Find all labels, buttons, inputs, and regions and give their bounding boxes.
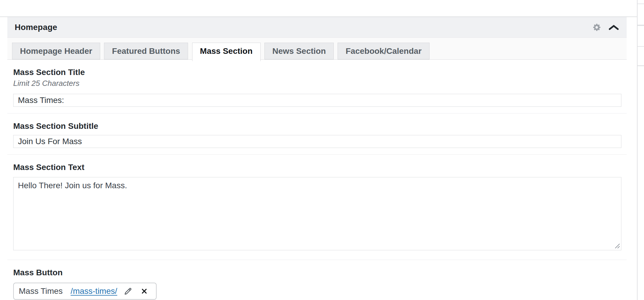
field-label: Mass Section Subtitle — [13, 121, 621, 131]
x-icon — [141, 291, 148, 296]
field-mass-button: Mass Button Mass Times /mass-times/ — [7, 260, 627, 300]
tab-bar: Homepage Header Featured Buttons Mass Se… — [7, 38, 627, 60]
field-mass-section-title: Mass Section Title Limit 25 Characters — [7, 60, 627, 114]
sidebar-divider — [638, 25, 644, 26]
link-url[interactable]: /mass-times/ — [71, 286, 117, 296]
tab-homepage-header[interactable]: Homepage Header — [12, 43, 100, 59]
resize-handle-icon[interactable] — [614, 243, 620, 249]
sidebar-divider — [638, 65, 644, 66]
link-chip: Mass Times /mass-times/ — [13, 283, 157, 300]
edit-link-button[interactable] — [123, 286, 133, 296]
field-label: Mass Section Text — [13, 163, 621, 172]
panel-title: Homepage — [15, 23, 57, 32]
homepage-metabox: Homepage Homepage Header Featured Button… — [7, 17, 627, 300]
mass-section-title-input[interactable] — [13, 94, 621, 107]
sidebar-divider — [638, 46, 644, 47]
field-label: Mass Button — [13, 268, 621, 277]
pencil-icon — [123, 292, 133, 297]
settings-button[interactable] — [592, 23, 601, 32]
sidebar-column-edge — [637, 0, 638, 300]
mass-section-subtitle-input[interactable] — [13, 135, 621, 148]
sidebar-divider — [638, 4, 644, 4]
textarea-wrap: Hello There! Join us for Mass. — [13, 177, 621, 250]
panel-header-actions — [592, 23, 619, 32]
panel-header[interactable]: Homepage — [7, 17, 627, 38]
field-mass-section-subtitle: Mass Section Subtitle — [7, 114, 627, 155]
collapse-panel-button[interactable] — [608, 24, 619, 30]
field-mass-section-text: Mass Section Text Hello There! Join us f… — [7, 155, 627, 260]
remove-link-button[interactable] — [141, 288, 148, 295]
field-group: Mass Section Title Limit 25 Characters M… — [7, 60, 627, 300]
tab-facebook-calendar[interactable]: Facebook/Calendar — [338, 43, 429, 59]
gear-icon — [592, 23, 601, 32]
field-instructions: Limit 25 Characters — [13, 79, 621, 88]
field-label: Mass Section Title — [13, 68, 621, 77]
tab-news-section[interactable]: News Section — [264, 43, 334, 59]
tab-featured-buttons[interactable]: Featured Buttons — [104, 43, 188, 59]
mass-section-text-textarea[interactable]: Hello There! Join us for Mass. — [13, 177, 621, 250]
link-title: Mass Times — [19, 286, 63, 296]
tab-mass-section[interactable]: Mass Section — [192, 43, 261, 61]
chevron-up-icon — [608, 24, 619, 30]
